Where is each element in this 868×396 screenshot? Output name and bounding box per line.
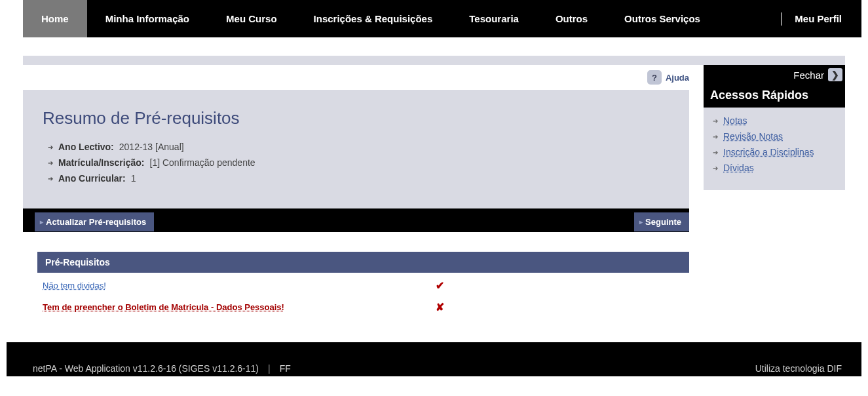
sidebar-close-label[interactable]: Fechar [793,69,824,81]
ano-lectivo-value: 2012-13 [Anual] [119,142,184,152]
next-button[interactable]: ▸ Seguinte [634,212,689,231]
arrow-icon: ➔ [713,149,718,156]
nav-meu-perfil[interactable]: Meu Perfil [795,13,842,24]
matricula-label: Matrícula/Inscrição: [58,157,145,168]
sidebar-link-notas[interactable]: Notas [723,115,747,126]
nav-meu-curso[interactable]: Meu Curso [208,0,295,37]
prereq-item-error: Tem de preencher o Boletim de Matricula … [37,294,689,316]
footer-app-version: netPA - Web Application v11.2.6-16 (SIGE… [33,363,259,374]
prereq-header: Pré-Requisitos [37,252,689,273]
chevron-right-icon: ▸ [40,218,43,226]
nav-inscricoes-requisicoes[interactable]: Inscrições & Requisições [295,0,451,37]
nav-home[interactable]: Home [23,0,87,37]
arrow-icon: ➔ [48,159,53,167]
chevron-right-icon[interactable]: ❯ [828,68,842,81]
summary-panel: Resumo de Pré-requisitos ➔ Ano Lectivo: … [23,90,689,208]
nav-outros[interactable]: Outros [537,0,606,37]
help-link[interactable]: Ajuda [666,73,689,83]
ano-curricular-value: 1 [131,173,136,184]
check-icon: ✔ [436,279,444,292]
nav-divider [781,12,782,26]
nav-outros-servicos[interactable]: Outros Serviços [606,0,719,37]
nav-tesouraria[interactable]: Tesouraria [451,0,537,37]
ano-curricular-label: Ano Curricular: [58,173,126,184]
sub-bar [23,56,845,65]
arrow-icon: ➔ [48,144,53,151]
help-row: ? Ajuda [23,65,689,90]
chevron-right-icon: ▸ [639,218,643,226]
prereq-err-link[interactable]: Tem de preencher o Boletim de Matricula … [43,302,284,312]
sidebar-title: Acessos Rápidos [704,85,845,108]
arrow-icon: ➔ [713,117,718,125]
sidebar-link-revisao-notas[interactable]: Revisão Notas [723,131,783,142]
next-label: Seguinte [645,217,681,227]
sidebar-link-inscricao-disciplinas[interactable]: Inscrição a Disciplinas [723,147,814,157]
footer-tech: Utiliza tecnologia DIF [755,363,842,374]
update-prereq-label: Actualizar Pré-requisitos [46,217,146,227]
help-icon[interactable]: ? [647,70,662,85]
nav-minha-informacao[interactable]: Minha Informação [87,0,208,37]
footer-user: FF [280,363,291,374]
page-title: Resumo de Pré-requisitos [43,108,670,129]
arrow-icon: ➔ [713,165,718,172]
sidebar-link-dividas[interactable]: Dívidas [723,163,754,173]
arrow-icon: ➔ [713,133,718,140]
top-nav: Home Minha Informação Meu Curso Inscriçõ… [23,0,861,37]
footer-separator: | [268,363,271,374]
update-prereq-button[interactable]: ▸ Actualizar Pré-requisitos [35,212,154,231]
prereq-ok-link[interactable]: Não tem dividas! [43,281,106,290]
arrow-icon: ➔ [48,175,53,182]
prereq-item-ok: Não tem dividas! ✔ [37,273,689,294]
matricula-value: [1] Confirmação pendente [150,157,255,168]
ano-lectivo-label: Ano Lectivo: [58,142,114,152]
prereq-section: Pré-Requisitos Não tem dividas! ✔ Tem de… [37,252,689,316]
sidebar: Fechar ❯ Acessos Rápidos ➔ Notas ➔ Revis… [704,65,845,316]
action-bar: ▸ Actualizar Pré-requisitos ▸ Seguinte [23,211,689,232]
cross-icon: ✘ [436,301,444,313]
footer: netPA - Web Application v11.2.6-16 (SIGE… [7,342,861,376]
